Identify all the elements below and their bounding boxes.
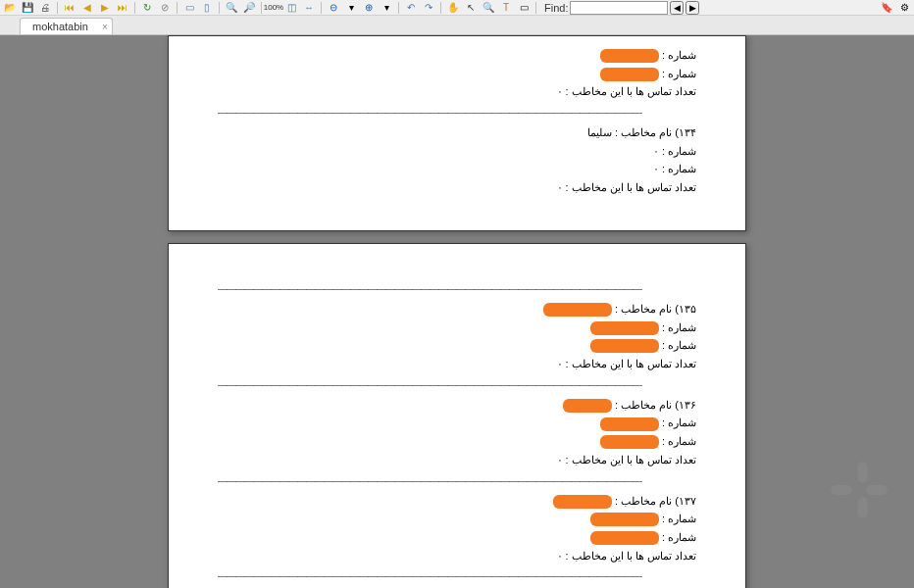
redacted-value [600,68,659,81]
svg-rect-2 [831,485,852,495]
single-page-icon[interactable]: ▭ [181,1,197,15]
entry-divider: ————————————————————————————————————————… [218,379,696,390]
find-input[interactable] [570,1,668,15]
app-watermark-icon [824,455,894,529]
toolbar-separator [219,2,220,14]
contact-line: شماره : [218,528,696,547]
zoom-minus-icon[interactable]: ⊖ [326,1,341,15]
zoom-dropdown-icon[interactable]: ▾ [343,1,359,15]
entry-divider: ————————————————————————————————————————… [218,570,696,581]
last-page-icon[interactable]: ⏭ [115,1,130,15]
tab-bar: mokhatabin × [0,16,914,35]
reload-icon[interactable]: ↻ [139,1,155,15]
contact-line: ۱۳۴) نام مخاطب : سلیما [218,123,696,142]
text-tool-icon[interactable]: T [498,1,514,15]
toolbar-separator [398,2,399,14]
settings-icon[interactable]: ⚙ [896,1,912,15]
next-page-icon[interactable]: ▶ [97,1,113,15]
toolbar-separator [134,2,135,14]
select-tool-icon[interactable]: ↖ [463,1,479,15]
toolbar-separator [177,2,178,14]
zoom-100-icon[interactable]: 100% [266,1,281,15]
entry-divider: ————————————————————————————————————————… [218,475,696,486]
rotate-right-icon[interactable]: ↷ [421,1,436,15]
document-tab[interactable]: mokhatabin × [20,18,113,34]
entry-divider: ————————————————————————————————————————… [218,283,696,294]
prev-page-icon[interactable]: ◀ [79,1,95,15]
stop-icon[interactable]: ⊘ [157,1,173,15]
find-tool-icon[interactable]: 🔍 [481,1,496,15]
redacted-value [600,435,659,449]
open-icon[interactable]: 📂 [2,1,18,15]
redacted-value [563,399,612,413]
contact-entry: ۱۳۶) نام مخاطب : شماره : شماره : تعداد ت… [218,396,696,469]
redacted-value [590,339,659,353]
contact-line: شماره : [218,432,696,451]
contact-line: شماره : ۰ [218,142,696,161]
bookmark-icon[interactable]: 🔖 [879,1,894,15]
contact-line: شماره : ۰ [218,160,696,178]
contact-entry: ۱۳۵) نام مخاطب : شماره : شماره : تعداد ت… [218,300,696,373]
contact-line: تعداد تماس ها با این مخاطب : ۰ [218,82,696,101]
contact-line: تعداد تماس ها با این مخاطب : ۰ [218,178,696,197]
contact-line: ۱۳۵) نام مخاطب : [218,300,696,318]
find-label: Find: [544,2,568,14]
document-viewport[interactable]: شماره : شماره : تعداد تماس ها با این مخا… [0,35,914,588]
redacted-value [600,417,659,431]
find-prev-button[interactable]: ◀ [670,1,684,15]
redacted-value [590,321,659,335]
page-container: شماره : شماره : تعداد تماس ها با این مخا… [168,35,746,588]
svg-rect-1 [858,497,868,518]
hand-tool-icon[interactable]: ✋ [445,1,461,15]
close-tab-icon[interactable]: × [102,22,108,32]
contact-line: ۱۳۷) نام مخاطب : [218,492,696,511]
contact-entry: ۱۳۷) نام مخاطب : شماره : شماره : تعداد ت… [218,492,696,565]
contact-line: شماره : [218,318,696,337]
contact-line: شماره : [218,46,696,65]
toolbar-separator [261,2,262,14]
redacted-value [590,513,659,526]
first-page-icon[interactable]: ⏮ [62,1,77,15]
redacted-value [553,495,612,509]
toolbar-separator [57,2,58,14]
zoom-plus-icon[interactable]: ⊕ [361,1,377,15]
contact-line: شماره : [218,336,696,355]
entry-divider: ————————————————————————————————————————… [218,107,696,118]
continuous-icon[interactable]: ▯ [199,1,215,15]
rotate-left-icon[interactable]: ↶ [403,1,419,15]
marquee-tool-icon[interactable]: ▭ [516,1,532,15]
contact-entry: ۱۳۴) نام مخاطب : سلیما شماره : ۰ شماره :… [218,123,696,197]
tab-title: mokhatabin [32,21,88,32]
print-icon[interactable]: 🖨 [37,1,53,15]
main-toolbar: 📂 💾 🖨 ⏮ ◀ ▶ ⏭ ↻ ⊘ ▭ ▯ 🔍 🔎 100% ◫ ↔ ⊖ ▾ ⊕… [0,0,914,16]
zoom-in-icon[interactable]: 🔎 [241,1,257,15]
document-page: شماره : شماره : تعداد تماس ها با این مخا… [168,35,746,231]
fit-page-icon[interactable]: ◫ [283,1,299,15]
redacted-value [600,49,659,63]
fit-width-icon[interactable]: ↔ [301,1,317,15]
svg-rect-3 [866,485,888,495]
contact-line: شماره : [218,65,696,83]
redacted-value [543,303,612,317]
toolbar-separator [440,2,441,14]
contact-entry: شماره : شماره : تعداد تماس ها با این مخا… [218,46,696,101]
contact-line: شماره : [218,414,696,432]
contact-line: تعداد تماس ها با این مخاطب : ۰ [218,355,696,373]
toolbar-separator [321,2,322,14]
svg-rect-0 [858,462,868,483]
document-page: ————————————————————————————————————————… [168,243,746,588]
zoom-dropdown-icon[interactable]: ▾ [379,1,394,15]
contact-line: تعداد تماس ها با این مخاطب : ۰ [218,547,696,565]
zoom-out-icon[interactable]: 🔍 [224,1,239,15]
save-icon[interactable]: 💾 [20,1,35,15]
find-next-button[interactable]: ▶ [686,1,699,15]
contact-line: تعداد تماس ها با این مخاطب : ۰ [218,451,696,469]
redacted-value [590,531,659,545]
toolbar-separator [535,2,536,14]
contact-line: ۱۳۶) نام مخاطب : [218,396,696,415]
contact-line: شماره : [218,510,696,528]
